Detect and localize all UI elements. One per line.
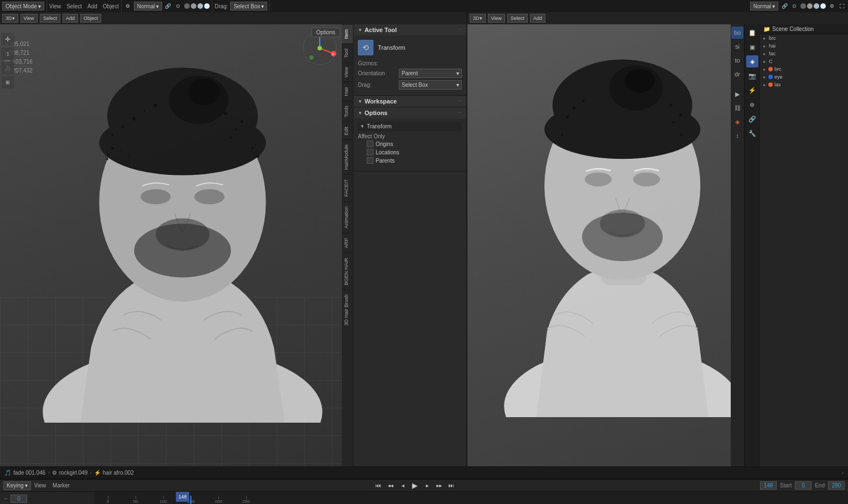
active-tool-header[interactable]: ▼ Active Tool ⋯ xyxy=(353,24,466,35)
timeline-view-btn[interactable]: View xyxy=(34,482,46,489)
fullscreen-icon[interactable]: ⛶ xyxy=(838,2,846,10)
rt-si-btn[interactable]: si xyxy=(731,40,743,53)
add-menu-item[interactable]: Add xyxy=(87,3,97,9)
shading-render-r[interactable] xyxy=(820,3,826,9)
tab-hairmodule[interactable]: HairModule xyxy=(342,139,353,174)
next-frame-btn[interactable]: ▸ xyxy=(422,481,432,491)
tab-bgen-hair[interactable]: BGEN HAIR xyxy=(342,253,353,290)
select-box-btn[interactable]: Select Box ▾ xyxy=(230,2,267,11)
settings-icon-right[interactable]: ⚙ xyxy=(828,2,836,10)
prev-key-btn[interactable]: ◂◂ xyxy=(386,481,396,491)
scene-item-4[interactable]: ▸ brc xyxy=(760,65,848,73)
camera-tool[interactable]: 🎥 xyxy=(1,61,14,75)
tab-item[interactable]: Item xyxy=(342,24,353,44)
breadcrumb-hair[interactable]: ⚡ hair afro.002 xyxy=(94,470,134,476)
shading-solid-r[interactable] xyxy=(807,3,813,9)
tab-arp[interactable]: ARP xyxy=(342,233,353,253)
props-icon-right[interactable]: ⊙ xyxy=(790,2,798,10)
scene-item-1[interactable]: ▸ hai xyxy=(760,42,848,50)
rt-chain-btn[interactable]: ⛓ xyxy=(731,102,743,114)
play-btn[interactable]: ▶ xyxy=(410,481,420,491)
shading-material-r[interactable] xyxy=(814,3,819,9)
shading-material[interactable] xyxy=(197,3,203,9)
workspace-header[interactable]: ▼ Workspace ⋯ xyxy=(353,96,466,107)
tab-faceit[interactable]: FACEIT xyxy=(342,174,353,201)
viewport-object-btn[interactable]: Object xyxy=(80,14,101,23)
normal-btn-right[interactable]: Normal ▾ xyxy=(750,2,778,11)
viewport-add-btn[interactable]: Add xyxy=(63,14,78,23)
rt-to-btn[interactable]: to xyxy=(731,54,743,66)
scene-item-6[interactable]: ▸ las xyxy=(760,81,848,89)
transform-sub-header[interactable]: ▼ Transform xyxy=(358,122,462,131)
tab-edit[interactable]: Edit xyxy=(342,122,353,140)
frp-modifier-btn[interactable]: 🔧 xyxy=(746,127,758,139)
tab-tool[interactable]: Tool xyxy=(342,44,353,63)
shading-wire-r[interactable] xyxy=(800,3,806,9)
left-viewport[interactable]: 3D▾ View Select Add Object s B s 105,021… xyxy=(0,12,467,479)
tab-view[interactable]: View xyxy=(342,62,353,82)
object-menu-item[interactable]: Object xyxy=(103,3,119,9)
orientation-dropdown[interactable]: Parent ▾ xyxy=(399,69,462,78)
gizmo-icon[interactable]: ⚙ xyxy=(124,2,132,10)
object-mode-btn[interactable]: Object Mode ▾ xyxy=(2,2,44,11)
jump-end-btn[interactable]: ⏭ xyxy=(446,481,456,491)
frp-physics-btn[interactable]: ⊕ xyxy=(746,98,758,111)
tab-hair-brush[interactable]: 3D Hair Brush xyxy=(342,289,353,330)
shading-render[interactable] xyxy=(204,3,210,9)
right-add-btn[interactable]: Add xyxy=(530,14,545,23)
viewport-select-btn[interactable]: Select xyxy=(40,14,60,23)
frp-scene-btn[interactable]: 📋 xyxy=(746,27,758,39)
parents-checkbox[interactable] xyxy=(367,157,373,164)
next-key-btn[interactable]: ▸▸ xyxy=(434,481,444,491)
frp-render-btn[interactable]: 📷 xyxy=(746,70,758,82)
proportional-icon[interactable]: ⊙ xyxy=(174,2,182,10)
jump-start-btn[interactable]: ⏮ xyxy=(373,481,383,491)
frp-constraint-btn[interactable]: 🔗 xyxy=(746,113,758,125)
move-tool[interactable]: ↕ xyxy=(1,47,14,60)
viewport-view-btn[interactable]: View xyxy=(20,14,38,23)
scene-item-2[interactable]: ▸ fac xyxy=(760,50,848,58)
options-header[interactable]: ▼ Options ⋯ xyxy=(353,107,466,118)
select-menu-item[interactable]: Select xyxy=(66,3,82,9)
grid-tool[interactable]: ⊞ xyxy=(1,76,14,89)
frp-material-btn[interactable]: ◈ xyxy=(746,55,758,67)
cursor-tool[interactable]: ✛ xyxy=(1,33,14,46)
tab-animation[interactable]: Animation xyxy=(342,201,353,233)
scene-item-3[interactable]: ▸ C xyxy=(760,58,848,65)
locations-checkbox[interactable] xyxy=(367,149,373,155)
editor-type-btn[interactable]: 3D▾ xyxy=(2,14,18,23)
normal-btn-left[interactable]: Normal ▾ xyxy=(134,2,162,11)
keying-btn[interactable]: Keying ▾ xyxy=(3,481,31,490)
timeline-marker-btn[interactable]: Marker xyxy=(53,482,70,489)
scene-item-0[interactable]: ▸ brc xyxy=(760,34,848,42)
breadcrumb-rockgirl[interactable]: ⚙ rockgirl.049 xyxy=(52,470,88,476)
right-select-btn[interactable]: Select xyxy=(507,14,528,23)
right-view-btn[interactable]: View xyxy=(488,14,505,23)
shading-solid[interactable] xyxy=(191,3,196,9)
right-editor-btn[interactable]: 3D▾ xyxy=(470,14,486,23)
frp-particles-btn[interactable]: ⚡ xyxy=(746,84,758,96)
snap-icon-right[interactable]: 🔗 xyxy=(781,2,788,10)
shading-wire[interactable] xyxy=(184,3,190,9)
rt-arrow-btn[interactable]: ▶ xyxy=(731,88,743,100)
right-viewport[interactable]: 3D▾ View Select Add xyxy=(467,12,848,479)
rt-move-btn[interactable]: ↕ xyxy=(731,129,743,142)
tab-hair[interactable]: Hair xyxy=(342,82,353,101)
scene-item-5[interactable]: ▸ eye xyxy=(760,73,848,81)
view-menu-item[interactable]: View xyxy=(49,3,61,9)
start-frame-display[interactable]: 0 xyxy=(795,481,811,490)
drag-dropdown[interactable]: Select Box ▾ xyxy=(399,80,462,90)
snap-icon[interactable]: 🔗 xyxy=(164,2,172,10)
current-frame-display[interactable]: 148 xyxy=(760,481,777,490)
origins-checkbox[interactable] xyxy=(367,141,373,147)
current-frame-ruler[interactable]: 0 xyxy=(11,495,27,503)
frp-object-btn[interactable]: ▣ xyxy=(746,41,758,53)
rt-dr-btn[interactable]: dr xyxy=(731,68,743,80)
tab-tools[interactable]: Tools xyxy=(342,101,353,122)
rt-orange-btn[interactable]: ◈ xyxy=(731,116,743,128)
frame-ruler[interactable]: 0 50 100 150 200 xyxy=(94,492,848,504)
options-button[interactable]: Options xyxy=(311,28,340,37)
breadcrumb-fade[interactable]: fade 001.046 xyxy=(13,470,45,476)
rt-select-btn[interactable]: bo xyxy=(731,27,743,39)
prev-frame-btn[interactable]: ◂ xyxy=(398,481,408,491)
